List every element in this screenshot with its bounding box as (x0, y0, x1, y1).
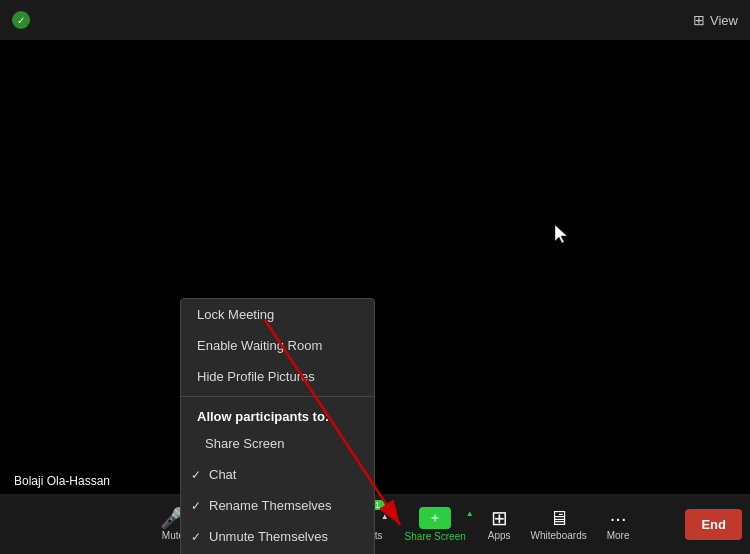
user-name-overlay: Bolaji Ola-Hassan (8, 472, 116, 490)
end-button[interactable]: End (685, 509, 742, 540)
apps-label: Apps (488, 530, 511, 541)
connection-status-icon (12, 11, 30, 29)
participants-caret-icon[interactable]: ▲ (381, 512, 389, 521)
allow-participants-header: Allow participants to: (181, 401, 374, 428)
view-button[interactable]: View (693, 12, 738, 28)
toolbar-right: End (662, 509, 742, 540)
toolbar: 🎤 Mute ▲ 🎥 Stop Video ▲ 🛡 Security 👥 1 P… (0, 494, 750, 554)
enable-waiting-room-item[interactable]: Enable Waiting Room (181, 330, 374, 361)
whiteboard-icon: 🖥 (549, 508, 569, 528)
svg-marker-0 (555, 225, 567, 243)
more-icon: ··· (610, 508, 627, 528)
menu-divider-1 (181, 396, 374, 397)
rename-label: Rename Themselves (209, 498, 332, 513)
share-screen-icon: ＋ (419, 507, 451, 529)
more-button[interactable]: ··· More (599, 504, 638, 545)
rename-themselves-item[interactable]: ✓ Rename Themselves (181, 490, 374, 521)
chat-check-icon: ✓ (191, 468, 205, 482)
top-bar: View (0, 0, 750, 40)
whiteboards-button[interactable]: 🖥 Whiteboards (523, 504, 595, 545)
cursor-arrow-icon (555, 225, 567, 243)
more-label: More (607, 530, 630, 541)
apps-icon: ⊞ (491, 508, 508, 528)
chat-item[interactable]: ✓ Chat (181, 459, 374, 490)
unmute-label: Unmute Themselves (209, 529, 328, 544)
share-screen-item[interactable]: Share Screen (181, 428, 374, 459)
unmute-check-icon: ✓ (191, 530, 205, 544)
share-screen-label: Share Screen (405, 531, 466, 542)
view-label: View (710, 13, 738, 28)
video-area: Lock Meeting Enable Waiting Room Hide Pr… (0, 40, 750, 494)
hide-profile-pictures-item[interactable]: Hide Profile Pictures (181, 361, 374, 392)
share-screen-caret-icon[interactable]: ▲ (466, 509, 474, 518)
share-screen-button[interactable]: ＋ Share Screen ▲ (395, 503, 476, 546)
whiteboards-label: Whiteboards (531, 530, 587, 541)
apps-button[interactable]: ⊞ Apps (480, 504, 519, 545)
unmute-themselves-item[interactable]: ✓ Unmute Themselves (181, 521, 374, 552)
context-menu: Lock Meeting Enable Waiting Room Hide Pr… (180, 298, 375, 554)
chat-label: Chat (209, 467, 236, 482)
lock-meeting-item[interactable]: Lock Meeting (181, 299, 374, 330)
rename-check-icon: ✓ (191, 499, 205, 513)
